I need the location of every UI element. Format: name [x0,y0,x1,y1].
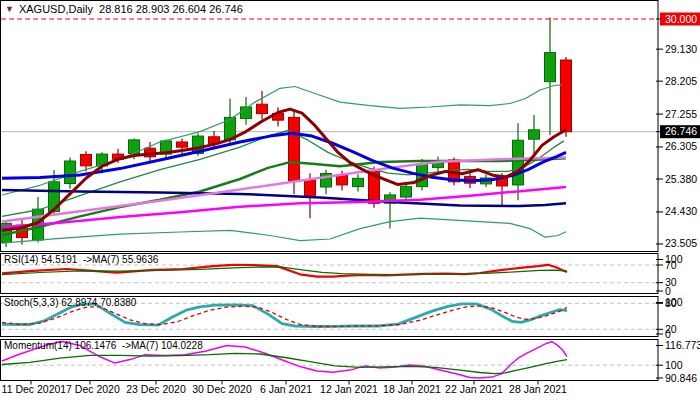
symbol-dropdown-icon[interactable]: ▼ [5,4,14,14]
bull-candle [401,187,412,197]
rsi-indicator-label: RSI(14) 54.5191 ->MA(7) 55.9636 [4,254,158,265]
chart-window: 30.00029.13028.20527.25526.74626.30525.3… [0,0,700,400]
ohlc-high: 28.903 [136,3,170,15]
bear-candle [257,104,268,113]
bull-candle [513,140,524,185]
ohlc-low: 26.604 [172,3,206,15]
symbol-label: XAGUSD,Daily [19,3,93,15]
momentum-indicator-label: Momentum(14) 106.1476 ->MA(7) 104.0228 [4,340,203,351]
price-scale[interactable] [659,0,700,381]
bull-candle [545,53,556,82]
bear-candle [81,154,92,165]
bear-candle [305,180,316,197]
main-chart-panel[interactable] [1,1,659,252]
ohlc-open: 28.816 [99,3,133,15]
ohlc-close: 26.746 [209,3,243,15]
bear-candle [289,117,300,180]
stoch-indicator-label: Stoch(5,3,3) 62.8974 70.8380 [4,297,136,308]
bull-candle [529,130,540,139]
bull-candle [65,161,76,184]
bear-candle [177,142,188,147]
bull-candle [353,178,364,186]
time-scale[interactable] [0,381,658,400]
bear-candle [561,60,572,132]
chart-header: ▼ XAGUSD,Daily 28.816 28.903 26.604 26.7… [5,2,243,15]
